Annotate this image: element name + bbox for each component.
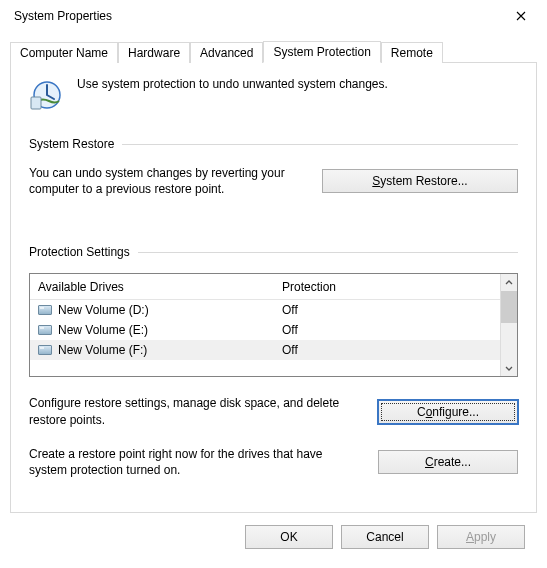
scroll-track[interactable] (501, 291, 517, 359)
configure-button-label-tail: nfigure... (432, 405, 479, 419)
close-button[interactable] (501, 2, 541, 30)
drive-list-frame: Available Drives Protection New Volume (… (29, 273, 518, 377)
protection-settings-heading-row: Protection Settings (29, 245, 518, 259)
col-protection[interactable]: Protection (274, 280, 500, 294)
system-protection-icon (29, 77, 65, 113)
intro-row: Use system protection to undo unwanted s… (29, 77, 518, 113)
chevron-down-icon (505, 364, 513, 372)
tab-system-protection[interactable]: System Protection (263, 41, 380, 63)
scroll-down-button[interactable] (501, 359, 517, 376)
hdd-icon (38, 325, 52, 335)
cancel-button[interactable]: Cancel (341, 525, 429, 549)
system-restore-heading: System Restore (29, 137, 114, 151)
drive-name: New Volume (D:) (58, 303, 149, 317)
drive-row[interactable]: New Volume (D:) Off (30, 300, 500, 320)
drive-row[interactable]: New Volume (F:) Off (30, 340, 500, 360)
apply-button[interactable]: Apply (437, 525, 525, 549)
tab-advanced[interactable]: Advanced (190, 42, 263, 63)
drive-row[interactable]: New Volume (E:) Off (30, 320, 500, 340)
tab-remote[interactable]: Remote (381, 42, 443, 63)
hdd-icon (38, 305, 52, 315)
drive-status: Off (274, 343, 500, 357)
svg-rect-1 (31, 97, 41, 109)
titlebar: System Properties (0, 0, 547, 32)
tabstrip: Computer Name Hardware Advanced System P… (10, 40, 537, 63)
create-button-label-tail: reate... (434, 455, 471, 469)
divider (138, 252, 518, 253)
tab-panel-system-protection: Use system protection to undo unwanted s… (10, 63, 537, 513)
chevron-up-icon (505, 279, 513, 287)
configure-text: Configure restore settings, manage disk … (29, 395, 360, 427)
divider (122, 144, 518, 145)
drive-status: Off (274, 323, 500, 337)
ok-button[interactable]: OK (245, 525, 333, 549)
window-title: System Properties (14, 9, 112, 23)
tab-computer-name[interactable]: Computer Name (10, 42, 118, 63)
scroll-up-button[interactable] (501, 274, 517, 291)
system-restore-heading-row: System Restore (29, 137, 518, 151)
system-restore-button[interactable]: System Restore... (322, 169, 518, 193)
create-button[interactable]: Create... (378, 450, 518, 474)
configure-row: Configure restore settings, manage disk … (29, 395, 518, 427)
protection-settings-heading: Protection Settings (29, 245, 130, 259)
drive-status: Off (274, 303, 500, 317)
drive-name: New Volume (E:) (58, 323, 148, 337)
system-restore-text: You can undo system changes by reverting… (29, 165, 304, 197)
dialog-body: Computer Name Hardware Advanced System P… (0, 32, 547, 549)
close-icon (516, 11, 526, 21)
drive-name: New Volume (F:) (58, 343, 147, 357)
tab-hardware[interactable]: Hardware (118, 42, 190, 63)
create-text: Create a restore point right now for the… (29, 446, 360, 478)
scroll-thumb[interactable] (501, 291, 517, 323)
col-available-drives[interactable]: Available Drives (30, 280, 274, 294)
hdd-icon (38, 345, 52, 355)
intro-text: Use system protection to undo unwanted s… (77, 77, 388, 91)
drive-list-scrollbar[interactable] (500, 274, 517, 376)
create-row: Create a restore point right now for the… (29, 446, 518, 478)
drive-list-header: Available Drives Protection (30, 274, 500, 300)
dialog-footer: OK Cancel Apply (10, 513, 537, 549)
system-restore-row: You can undo system changes by reverting… (29, 165, 518, 197)
drive-list[interactable]: Available Drives Protection New Volume (… (30, 274, 500, 376)
apply-button-label-tail: pply (474, 530, 496, 544)
configure-button[interactable]: Configure... (378, 400, 518, 424)
system-restore-button-label-tail: ystem Restore... (380, 174, 467, 188)
